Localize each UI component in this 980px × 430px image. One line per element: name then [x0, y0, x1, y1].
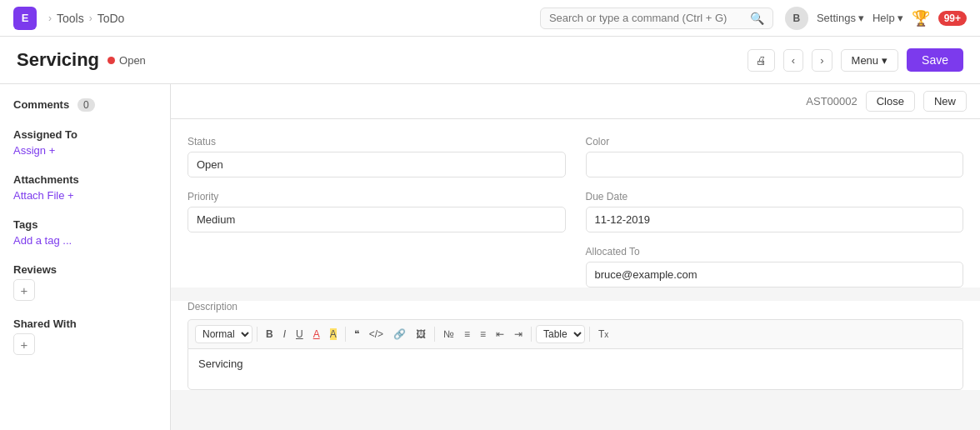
- breadcrumb-sep-1: ›: [48, 12, 52, 24]
- bold-button[interactable]: B: [262, 326, 278, 342]
- page-title: Servicing: [17, 49, 99, 71]
- allocated-to-input[interactable]: [586, 262, 964, 288]
- sidebar-tags: Tags Add a tag ...: [13, 218, 157, 247]
- trophy-icon: 🏆: [912, 9, 930, 28]
- ordered-list-button[interactable]: №: [439, 326, 458, 342]
- print-button[interactable]: 🖨: [748, 49, 775, 72]
- toolbar-sep-3: [434, 327, 435, 342]
- notification-badge[interactable]: 99+: [938, 11, 967, 26]
- comments-count: 0: [78, 98, 95, 112]
- color-label: Color: [586, 136, 964, 148]
- editor-body[interactable]: Servicing: [188, 348, 963, 390]
- add-review-button[interactable]: +: [13, 279, 35, 301]
- align-center-button[interactable]: ≡: [476, 326, 490, 342]
- form-grid: Status Color Priority Due Date Allo: [188, 136, 963, 288]
- due-date-label: Due Date: [586, 191, 964, 202]
- search-bar: 🔍: [540, 8, 773, 29]
- toolbar-sep-5: [589, 327, 590, 342]
- breadcrumb-todo[interactable]: ToDo: [98, 12, 125, 25]
- priority-label: Priority: [188, 191, 566, 202]
- unordered-list-button[interactable]: ≡: [460, 326, 474, 342]
- toolbar-sep-4: [531, 327, 532, 342]
- attachments-label: Attachments: [13, 173, 157, 186]
- sidebar-shared-with: Shared With +: [13, 318, 157, 355]
- content-area: AST00002 Close New Status Color Priority: [171, 84, 980, 430]
- description-area: Description Normal B I U A A ❝ </> 🔗 🖼 №…: [171, 301, 980, 390]
- next-button[interactable]: ›: [812, 49, 832, 72]
- format-select[interactable]: Normal: [195, 325, 252, 343]
- search-input[interactable]: [549, 12, 747, 24]
- attach-file-button[interactable]: Attach File +: [13, 189, 157, 202]
- avatar[interactable]: B: [785, 7, 808, 30]
- image-button[interactable]: 🖼: [412, 326, 430, 342]
- add-tag-button[interactable]: Add a tag ...: [13, 234, 157, 247]
- font-color-button[interactable]: A: [309, 326, 324, 342]
- breadcrumb-sep-2: ›: [89, 12, 92, 24]
- due-date-input[interactable]: [586, 207, 964, 232]
- link-button[interactable]: 🔗: [389, 326, 410, 342]
- new-button[interactable]: New: [923, 91, 967, 112]
- app-icon[interactable]: E: [13, 7, 37, 30]
- indent-left-button[interactable]: ⇤: [492, 326, 508, 342]
- reviews-label: Reviews: [13, 263, 157, 276]
- table-select[interactable]: Table: [536, 325, 585, 343]
- color-input[interactable]: [586, 152, 964, 178]
- record-id: AST00002: [806, 95, 857, 108]
- top-nav: E › Tools › ToDo 🔍 B Settings ▾ Help ▾ 🏆…: [0, 0, 980, 37]
- status-field: Status: [188, 136, 566, 178]
- color-field: Color: [586, 136, 964, 178]
- shared-with-label: Shared With: [13, 318, 157, 330]
- indent-right-button[interactable]: ⇥: [510, 326, 527, 342]
- sidebar-comments: Comments 0: [13, 98, 157, 112]
- status-dot: [108, 57, 115, 64]
- priority-input[interactable]: [188, 207, 566, 232]
- add-shared-button[interactable]: +: [13, 333, 35, 355]
- prev-button[interactable]: ‹: [783, 49, 803, 72]
- menu-button[interactable]: Menu ▾: [841, 49, 899, 72]
- sidebar: Comments 0 Assigned To Assign + Attachme…: [0, 84, 171, 430]
- help-button[interactable]: Help ▾: [872, 12, 903, 24]
- nav-right: B Settings ▾ Help ▾ 🏆 99+: [785, 7, 967, 30]
- comments-label: Comments: [13, 98, 69, 111]
- settings-button[interactable]: Settings ▾: [817, 12, 864, 24]
- status-label: Status: [188, 136, 566, 148]
- toolbar-sep-2: [345, 327, 346, 342]
- italic-button[interactable]: I: [279, 326, 290, 342]
- header-actions: 🖨 ‹ › Menu ▾ Save: [748, 48, 963, 72]
- editor-content: Servicing: [198, 358, 242, 370]
- due-date-field: Due Date: [586, 191, 964, 232]
- assigned-to-label: Assigned To: [13, 128, 157, 141]
- description-label: Description: [188, 301, 963, 312]
- blockquote-button[interactable]: ❝: [350, 326, 363, 342]
- search-icon: 🔍: [750, 12, 764, 25]
- assign-button[interactable]: Assign +: [13, 144, 157, 157]
- highlight-button[interactable]: A: [326, 326, 341, 342]
- sidebar-reviews: Reviews +: [13, 263, 157, 301]
- tags-label: Tags: [13, 218, 157, 231]
- close-button[interactable]: Close: [866, 91, 915, 112]
- record-header: AST00002 Close New: [171, 84, 980, 119]
- status-input[interactable]: [188, 152, 566, 178]
- page-header: Servicing Open 🖨 ‹ › Menu ▾ Save: [0, 37, 980, 84]
- main-layout: Comments 0 Assigned To Assign + Attachme…: [0, 84, 980, 430]
- allocated-to-label: Allocated To: [586, 246, 964, 258]
- priority-field: Priority: [188, 191, 566, 232]
- allocated-to-field: Allocated To: [586, 246, 964, 288]
- code-button[interactable]: </>: [365, 326, 388, 342]
- form-area: Status Color Priority Due Date Allo: [171, 119, 980, 288]
- status-label: Open: [119, 54, 146, 67]
- breadcrumb-tools[interactable]: Tools: [57, 12, 84, 25]
- underline-button[interactable]: U: [292, 326, 308, 342]
- status-badge: Open: [108, 54, 146, 67]
- toolbar-sep-1: [257, 327, 258, 342]
- save-button[interactable]: Save: [907, 48, 963, 72]
- sidebar-assigned: Assigned To Assign +: [13, 128, 157, 157]
- clear-format-button[interactable]: Tx: [594, 326, 612, 342]
- editor-toolbar: Normal B I U A A ❝ </> 🔗 🖼 № ≡ ≡ ⇤ ⇥: [188, 319, 963, 348]
- sidebar-attachments: Attachments Attach File +: [13, 173, 157, 202]
